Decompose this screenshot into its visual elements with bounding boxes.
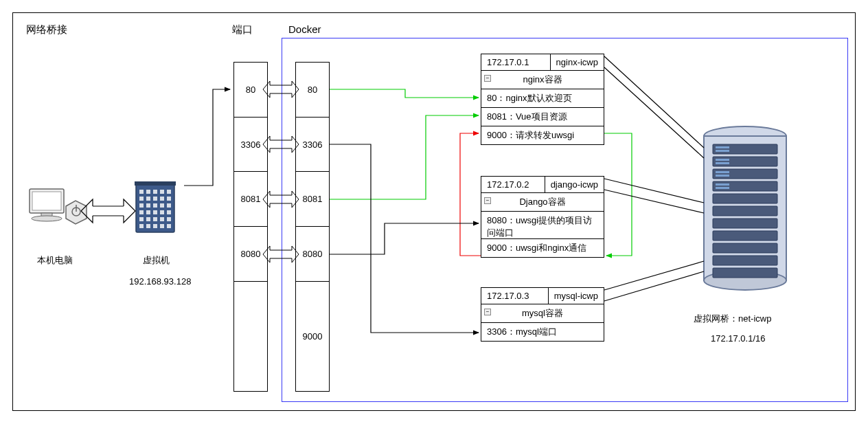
docker-label: Docker [288, 23, 321, 35]
bridge-cidr-label: 172.17.0.1/16 [711, 333, 766, 344]
nginx-row-9000: 9000：请求转发uwsgi [481, 126, 604, 144]
port-left-8081: 8081 [234, 172, 267, 227]
nginx-container: 172.17.0.1 nginx-icwp −nginx容器 80：nginx默… [481, 54, 604, 145]
django-ip: 172.17.0.2 [481, 177, 545, 192]
bridge-label: 网络桥接 [26, 23, 67, 36]
port-left-3306: 3306 [234, 118, 267, 172]
port-left-80: 80 [234, 63, 267, 118]
nginx-title: nginx容器 [523, 74, 562, 85]
django-name: django-icwp [545, 177, 604, 192]
virtual-bridge-label: 虚拟网桥：net-icwp [694, 313, 771, 325]
django-row-8080: 8080：uwsgi提供的项目访问端口 [481, 212, 604, 239]
mysql-container: 172.17.0.3 mysql-icwp −mysql容器 3306：mysq… [481, 287, 604, 342]
mysql-row-3306: 3306：mysql端口 [481, 323, 604, 341]
collapse-icon[interactable]: − [484, 75, 491, 82]
nginx-row-8081: 8081：Vue项目资源 [481, 108, 604, 126]
vm-label: 虚拟机 [143, 254, 170, 267]
django-container: 172.17.0.2 django-icwp −Django容器 8080：uw… [481, 176, 604, 258]
port-label: 端口 [232, 23, 253, 36]
mysql-ip: 172.17.0.3 [481, 288, 549, 304]
vm-ip-label: 192.168.93.128 [129, 276, 191, 287]
left-port-column: 80 3306 8081 8080 [233, 62, 268, 392]
local-pc-label: 本机电脑 [37, 254, 73, 267]
mysql-title: mysql容器 [522, 308, 563, 318]
django-title: Django容器 [519, 197, 565, 207]
nginx-ip: 172.17.0.1 [481, 54, 551, 70]
django-row-9000: 9000：uwsgi和nginx通信 [481, 239, 604, 257]
port-left-blank [234, 282, 267, 391]
nginx-row-80: 80：nginx默认欢迎页 [481, 89, 604, 108]
nginx-name: nginx-icwp [551, 54, 604, 70]
mysql-name: mysql-icwp [549, 288, 604, 304]
collapse-icon[interactable]: − [484, 197, 491, 204]
collapse-icon[interactable]: − [484, 309, 491, 315]
port-left-8080: 8080 [234, 227, 267, 282]
